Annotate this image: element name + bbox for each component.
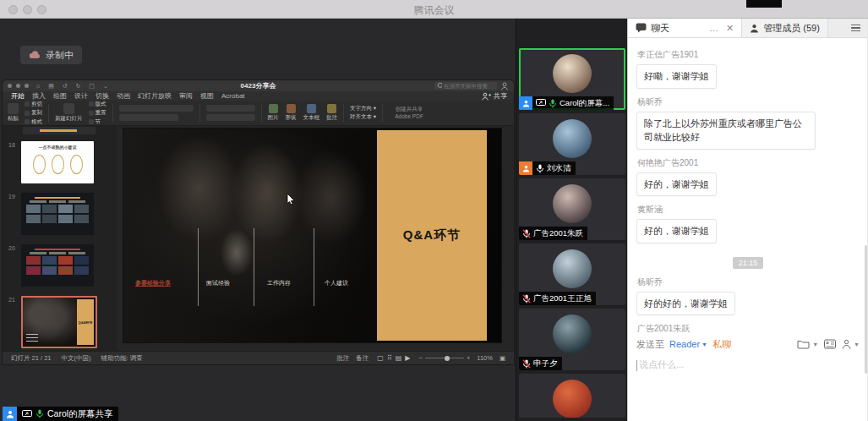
ribbon-button-版式[interactable]: 版式	[89, 101, 106, 108]
ppt-search-box[interactable]	[434, 82, 497, 90]
file-dropdown-icon[interactable]: ▼	[812, 342, 818, 347]
member-dropdown-icon[interactable]: ▼	[854, 342, 860, 347]
slide-number: 19	[3, 193, 21, 235]
participant-tile[interactable]	[519, 374, 625, 418]
ppt-body: 18一点不成熟的小建议192021Q&A环节 Q&A环节 参赛经验分享面试经验工…	[3, 126, 514, 351]
chat-input-area[interactable]	[628, 355, 868, 421]
ribbon-button-格式[interactable]: 格式	[25, 118, 42, 126]
ppt-tab-动画[interactable]: 动画	[117, 91, 130, 101]
slide-canvas[interactable]: Q&A环节 参赛经验分享面试经验工作内容个人建议	[123, 128, 501, 342]
message-bubble: 好的好的，谢谢学姐	[636, 292, 735, 316]
participant-tile[interactable]: Carol的屏幕...	[519, 48, 625, 110]
ppt-tab-开始[interactable]: 开始	[11, 91, 25, 101]
create-pdf-button[interactable]: 创建并共享 Adobe PDF	[389, 106, 429, 120]
members-icon	[750, 24, 759, 33]
font-group-disabled	[119, 105, 194, 121]
slide-counter: 幻灯片 21 / 21	[11, 354, 52, 363]
mic-on-icon	[536, 164, 544, 173]
mouse-cursor	[287, 193, 296, 209]
chat-close-icon[interactable]: ✕	[726, 23, 734, 34]
message-sender: 黄斯涵	[637, 204, 860, 216]
ppt-tab-设计[interactable]: 设计	[74, 91, 88, 101]
participant-tile[interactable]: 广告2001朱跃	[519, 178, 625, 240]
ribbon-button-图片[interactable]: 图片	[268, 104, 279, 122]
slide-thumbnail-20[interactable]	[21, 244, 94, 287]
ribbon-button-节[interactable]: 节	[89, 118, 106, 126]
ppt-search-input[interactable]	[444, 83, 494, 89]
slide-menu-item: 面试经验	[206, 279, 230, 287]
slide-number: 21	[3, 296, 21, 348]
role-badge	[519, 96, 532, 110]
zoom-slider[interactable]: −+	[418, 354, 470, 362]
screen-share-icon	[536, 99, 546, 107]
chat-send-bar: 发送至 Reader▼ 私聊 ▼ ▼	[628, 335, 868, 353]
ribbon-button-对齐文本[interactable]: 对齐文本 ▾	[350, 113, 376, 121]
ppt-tab-插入[interactable]: 插入	[32, 91, 46, 101]
slide-thumbnail-19[interactable]	[21, 193, 94, 235]
panel-menu-icon[interactable]	[851, 25, 860, 31]
reading-view-icon: ▤	[396, 354, 402, 362]
ppt-share-button[interactable]: 共享	[482, 91, 507, 101]
chat-input[interactable]	[639, 359, 833, 369]
tab-members[interactable]: 管理成员 (59)	[742, 19, 828, 37]
slide-thumbnail-partial[interactable]	[23, 127, 96, 134]
ribbon-button-形状[interactable]: 形状	[286, 104, 297, 122]
participant-tile[interactable]: 刘水清	[519, 113, 625, 175]
new-slide-button[interactable]: 新建幻灯片	[55, 103, 83, 123]
ppt-tab-视图[interactable]: 视图	[200, 91, 214, 101]
ribbon-button-重置[interactable]: 重置	[89, 109, 106, 117]
mention-member-icon[interactable]	[842, 339, 851, 349]
thumbnail-qa-strip: Q&A环节	[77, 299, 94, 345]
paste-button[interactable]: 粘贴	[8, 103, 19, 123]
participant-tile[interactable]: 广告2001王正旭	[519, 243, 625, 305]
ppt-tab-Acrobat[interactable]: Acrobat	[221, 92, 245, 100]
avatar	[553, 184, 592, 223]
ribbon-button-文字方向[interactable]: 文字方向 ▾	[350, 105, 376, 112]
recording-badge[interactable]: 录制中	[20, 46, 82, 64]
slide-thumbnail-18[interactable]: 一点不成熟的小建议	[21, 141, 94, 183]
chat-more-icon[interactable]: …	[709, 23, 718, 33]
host-badge-icon	[3, 407, 17, 421]
slideshow-icon: ▶	[405, 354, 410, 362]
slide-number: 20	[3, 244, 21, 287]
meeting-stage: 录制中 ⌂ ▤ ↺ ↻ ▢ ⌄ 0423分享会 开始插入绘图设计切换动画幻灯片放…	[0, 19, 516, 421]
screen-share-badge[interactable]: Carol的屏幕共享	[3, 407, 118, 421]
avatar	[553, 380, 592, 418]
avatar	[553, 119, 592, 158]
powerpoint-window: ⌂ ▤ ↺ ↻ ▢ ⌄ 0423分享会 开始插入绘图设计切换动画幻灯片放映审阅视…	[3, 80, 514, 364]
slide-thumbnail-21[interactable]: Q&A环节	[21, 296, 97, 348]
zoom-level[interactable]: 110%	[477, 354, 493, 362]
ppt-tab-切换[interactable]: 切换	[96, 91, 109, 101]
send-to-dropdown[interactable]: Reader▼	[669, 339, 707, 349]
notes-button[interactable]: 备注	[356, 354, 368, 363]
tab-chat[interactable]: 聊天 … ✕	[628, 19, 742, 37]
accessibility-status[interactable]: 辅助功能: 调查	[101, 354, 143, 363]
mic-muted-icon	[522, 294, 531, 303]
screen: 腾讯会议 录制中 ⌂ ▤ ↺ ↻ ▢ ⌄ 0423分享会 开始插入绘图设计切换动	[0, 0, 868, 421]
message-bubble: 好的，谢谢学姐	[636, 172, 717, 197]
screenshot-icon[interactable]	[824, 339, 836, 349]
slide-qa-title: Q&A环节	[403, 227, 461, 243]
ppt-tab-审阅[interactable]: 审阅	[179, 91, 193, 101]
language-status[interactable]: 中文(中国)	[62, 354, 91, 363]
ribbon-button-剪切[interactable]: 剪切	[25, 101, 42, 108]
ppt-tab-绘图[interactable]: 绘图	[53, 91, 67, 101]
chat-bubble-icon	[636, 23, 647, 33]
role-badge	[519, 161, 532, 175]
ribbon-button-复制[interactable]: 复制	[25, 109, 42, 117]
account-icon[interactable]	[500, 82, 510, 90]
view-switcher[interactable]: ▢⠿▤▶	[375, 354, 412, 362]
participant-tile[interactable]: 申子夕	[519, 309, 625, 370]
ppt-tab-幻灯片放映[interactable]: 幻灯片放映	[138, 91, 172, 101]
ribbon-button-文本框[interactable]: 文本框	[303, 104, 320, 122]
private-chat-label[interactable]: 私聊	[712, 338, 731, 351]
send-file-icon[interactable]	[797, 339, 810, 349]
ribbon-button-批注[interactable]: 批注	[326, 104, 337, 122]
thumbnail-caption: 一点不成熟的小建议	[21, 145, 94, 150]
message-bubble: 好的，谢谢学姐	[636, 219, 717, 243]
comments-button[interactable]: 批注	[336, 354, 349, 363]
fit-slide-icon[interactable]: ▣	[500, 354, 505, 362]
chat-panel: 聊天 … ✕ 管理成员 (59) 李正信广告1901好嘞，谢谢学姐杨昕乔除了北上…	[627, 19, 868, 421]
ppt-ribbon-tabs: 开始插入绘图设计切换动画幻灯片放映审阅视图Acrobat	[3, 91, 514, 101]
macos-titlebar: 腾讯会议	[0, 0, 868, 19]
